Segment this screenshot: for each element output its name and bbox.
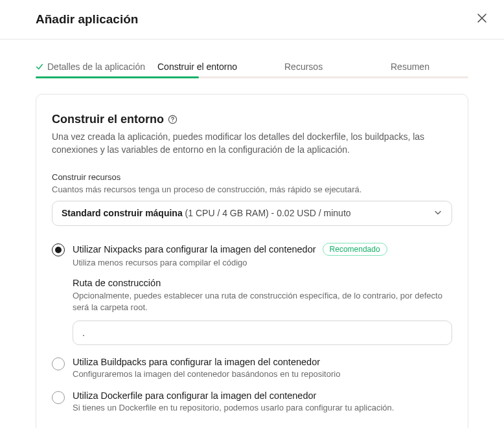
tab-label: Recursos bbox=[284, 62, 323, 72]
dialog-header: Añadir aplicación bbox=[0, 0, 504, 39]
svg-point-1 bbox=[172, 121, 173, 122]
radio-dockerfile[interactable] bbox=[52, 391, 65, 404]
radio-title: Utilizar Nixpacks para configurar la ima… bbox=[73, 244, 316, 254]
build-environment-card: Construir el entorno Una vez creada la a… bbox=[36, 94, 468, 428]
tab-summary[interactable]: Resumen bbox=[391, 55, 430, 78]
check-icon bbox=[36, 63, 43, 71]
close-button[interactable] bbox=[474, 12, 490, 27]
tab-resources[interactable]: Recursos bbox=[284, 55, 391, 78]
build-path-field: Ruta de construcción Opcionalmente, pued… bbox=[73, 278, 452, 346]
wizard-tabs: Detalles de la aplicación Construir el e… bbox=[36, 55, 468, 78]
tab-label: Detalles de la aplicación bbox=[47, 62, 145, 72]
radio-buildpacks[interactable] bbox=[52, 357, 65, 370]
radio-desc: Utiliza menos recursos para compilar el … bbox=[73, 258, 452, 267]
build-path-desc: Opcionalmente, puedes establecer una rut… bbox=[73, 290, 452, 315]
build-path-input[interactable] bbox=[73, 321, 452, 345]
recommended-badge: Recomendado bbox=[323, 243, 387, 256]
radio-nixpacks[interactable] bbox=[52, 243, 65, 256]
build-method-radios: Utilizar Nixpacks para configurar la ima… bbox=[52, 243, 452, 413]
tab-label: Construir el entorno bbox=[157, 62, 237, 72]
build-resources-label: Construir recursos bbox=[52, 172, 452, 182]
card-description: Una vez creada la aplicación, puedes mod… bbox=[52, 130, 452, 157]
radio-desc: Si tienes un Dockerfile en tu repositori… bbox=[73, 403, 452, 412]
tab-app-details[interactable]: Detalles de la aplicación bbox=[36, 55, 157, 78]
build-path-label: Ruta de construcción bbox=[73, 278, 452, 288]
tab-build-environment[interactable]: Construir el entorno bbox=[157, 55, 284, 78]
radio-option-nixpacks: Utilizar Nixpacks para configurar la ima… bbox=[52, 243, 452, 346]
close-icon bbox=[477, 14, 487, 25]
radio-title: Utiliza Dockerfile para configurar la im… bbox=[73, 390, 316, 401]
card-title: Construir el entorno bbox=[52, 113, 164, 126]
radio-option-dockerfile: Utiliza Dockerfile para configurar la im… bbox=[52, 390, 452, 412]
radio-desc: Configuraremos la imagen del contenedor … bbox=[73, 369, 452, 379]
help-icon[interactable] bbox=[168, 115, 178, 124]
dialog-title: Añadir aplicación bbox=[36, 12, 138, 27]
tab-underline-progress bbox=[36, 76, 199, 78]
radio-title: Utiliza Buildpacks para configurar la im… bbox=[73, 357, 320, 367]
build-machine-selected: Standard construir máquina (1 CPU / 4 GB… bbox=[62, 208, 351, 218]
build-machine-select[interactable]: Standard construir máquina (1 CPU / 4 GB… bbox=[52, 201, 452, 226]
chevron-down-icon bbox=[433, 208, 442, 219]
build-resources-sub: Cuantos más recursos tenga un proceso de… bbox=[52, 185, 452, 194]
radio-option-buildpacks: Utiliza Buildpacks para configurar la im… bbox=[52, 357, 452, 379]
tab-label: Resumen bbox=[391, 62, 430, 72]
